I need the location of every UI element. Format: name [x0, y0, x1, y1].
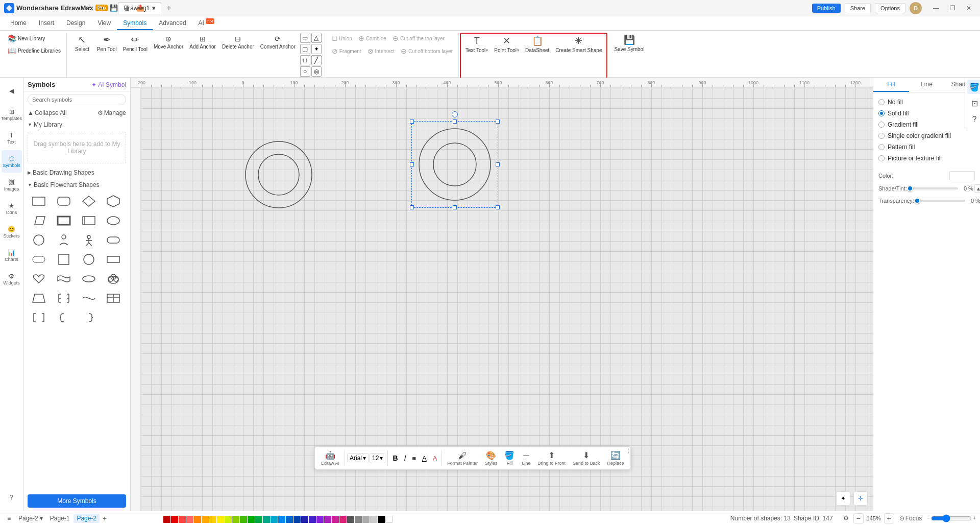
picture-texture-radio[interactable]: [878, 155, 885, 161]
handle-tr[interactable]: [496, 120, 500, 124]
shape-brace2[interactable]: [78, 308, 100, 327]
fragment-button[interactable]: ⊘ Fragment: [329, 45, 364, 57]
sidebar-templates[interactable]: ⊞ Templates: [2, 103, 22, 126]
shade-slider-thumb[interactable]: [907, 185, 913, 192]
sidebar-images[interactable]: 🖼 Images: [2, 174, 22, 196]
tab-insert[interactable]: Insert: [33, 17, 60, 30]
color-swatch-lightgray[interactable]: [362, 516, 370, 523]
move-anchor-button[interactable]: ⊕ Move Anchor: [151, 33, 186, 52]
more-symbols-button[interactable]: More Symbols: [28, 494, 126, 508]
color-swatch-lightyellow[interactable]: [217, 516, 224, 523]
collapse-all-button[interactable]: ▲ Collapse All: [28, 109, 67, 116]
color-swatch-green4[interactable]: [255, 516, 262, 523]
color-swatch-teal2[interactable]: [271, 516, 278, 523]
tab-advanced[interactable]: Advanced: [153, 17, 192, 30]
shape-person[interactable]: [53, 231, 75, 249]
focus-button[interactable]: ⊙ Focus: [896, 514, 925, 523]
color-swatch-blue3[interactable]: [293, 516, 301, 523]
circle-icon[interactable]: ○: [300, 66, 310, 77]
triangle-icon[interactable]: △: [311, 33, 322, 43]
zoom-slider[interactable]: [931, 514, 972, 522]
small-rect-icon[interactable]: □: [300, 55, 310, 65]
union-button[interactable]: ⊔ Union: [329, 33, 355, 44]
color-swatch-blue2[interactable]: [286, 516, 293, 523]
intersect-button[interactable]: ⊗ Intersect: [365, 45, 397, 57]
color-swatch-magenta[interactable]: [324, 516, 331, 523]
shape-rounded-rect[interactable]: [53, 192, 75, 210]
color-swatch-darkred[interactable]: [163, 516, 170, 523]
shape-heart[interactable]: [28, 270, 50, 288]
rect-icon[interactable]: ▭: [300, 33, 310, 43]
text-color-button[interactable]: A: [430, 453, 440, 464]
color-swatch-darkgray[interactable]: [347, 516, 354, 523]
tab-symbols[interactable]: Symbols: [117, 17, 153, 30]
basic-flowchart-title[interactable]: ▼ Basic Flowchart Shapes: [28, 180, 126, 190]
canvas-icon-1[interactable]: ✦: [836, 491, 850, 506]
shape-thick-rect[interactable]: [53, 211, 75, 230]
zoom-decrease-icon[interactable]: −: [927, 515, 930, 521]
shape-bracket2[interactable]: [28, 308, 50, 327]
new-library-button[interactable]: 📚 New Library: [5, 33, 63, 44]
gradient-fill-option[interactable]: Gradient fill: [877, 119, 976, 130]
user-avatar[interactable]: D: [910, 2, 922, 14]
color-swatch-black[interactable]: [378, 516, 385, 523]
color-swatch-gray[interactable]: [355, 516, 362, 523]
pencil-tool-button[interactable]: ✏ Pencil Tool: [120, 33, 150, 55]
delete-anchor-button[interactable]: ⊟ Delete Anchor: [219, 33, 257, 52]
grid-settings-icon[interactable]: ⚙: [841, 513, 851, 523]
convert-anchor-button[interactable]: ⟳ Convert Anchor: [258, 33, 298, 52]
pen-tool-button[interactable]: ✒ Pen Tool: [94, 33, 119, 55]
options-button[interactable]: Options: [875, 3, 905, 13]
shape-bracket[interactable]: [53, 289, 75, 307]
sidebar-question[interactable]: ?: [2, 486, 22, 509]
sidebar-stickers[interactable]: 😊 Stickers: [2, 221, 22, 243]
font-size-selector[interactable]: 12 ▾: [370, 453, 385, 463]
color-swatch-purple[interactable]: [316, 516, 324, 523]
color-swatch-red[interactable]: [171, 516, 178, 523]
color-swatch-yellow[interactable]: [209, 516, 216, 523]
close-button[interactable]: ✕: [962, 3, 976, 14]
sidebar-text[interactable]: T Text: [2, 127, 22, 149]
shape-rect[interactable]: [28, 192, 50, 210]
color-swatch-teal1[interactable]: [263, 516, 270, 523]
manage-button[interactable]: ⚙ Manage: [97, 109, 126, 116]
pattern-fill-option[interactable]: Pattern fill: [877, 141, 976, 153]
add-tab-button[interactable]: +: [162, 2, 175, 14]
format-painter-button[interactable]: 🖌 Format Painter: [444, 449, 481, 467]
combine-button[interactable]: ⊕ Combine: [356, 33, 389, 44]
line-icon[interactable]: ╱: [311, 55, 322, 65]
edraw-ai-button[interactable]: 🤖 Edraw AI: [318, 449, 342, 467]
symbols-search-input[interactable]: [28, 94, 126, 105]
bring-to-front-button[interactable]: ⬆ Bring to Front: [534, 449, 569, 467]
select-button[interactable]: ↖ Select: [71, 33, 93, 55]
restore-button[interactable]: ❐: [945, 3, 960, 14]
replace-button[interactable]: 🔄 Replace: [604, 449, 627, 467]
page-tab-2-active[interactable]: Page-2: [74, 514, 100, 523]
shape-hexagon[interactable]: [102, 192, 125, 210]
tab-view[interactable]: View: [91, 17, 117, 30]
add-page-button[interactable]: +: [101, 514, 109, 522]
single-color-gradient-option[interactable]: Single color gradient fill: [877, 130, 976, 141]
zoom-out-button[interactable]: −: [853, 513, 864, 523]
color-swatch-pink[interactable]: [186, 516, 193, 523]
shape-trapezoid[interactable]: [28, 289, 50, 307]
color-swatch-hotpink[interactable]: [339, 516, 347, 523]
color-picker[interactable]: [949, 171, 975, 180]
canvas-icon-2[interactable]: ✛: [853, 491, 868, 506]
tab-home[interactable]: Home: [4, 17, 33, 30]
color-swatch-green1[interactable]: [232, 516, 239, 523]
zoom-in-button[interactable]: +: [884, 513, 894, 523]
color-swatch-silver[interactable]: [370, 516, 377, 523]
basic-drawing-title[interactable]: ▶ Basic Drawing Shapes: [28, 168, 126, 178]
star-icon[interactable]: ✦: [311, 44, 322, 54]
color-swatch-white[interactable]: [385, 516, 393, 523]
rotate-handle[interactable]: [452, 111, 458, 117]
export-button[interactable]: 📤: [135, 3, 146, 14]
undo-button[interactable]: ↩: [82, 3, 93, 14]
shape-tall-rect[interactable]: [53, 250, 75, 269]
styles-button[interactable]: 🎨 Styles: [482, 449, 501, 467]
fill-panel-icon[interactable]: 🪣: [967, 80, 980, 94]
color-swatch-lime[interactable]: [225, 516, 232, 523]
no-fill-option[interactable]: No fill: [877, 97, 976, 108]
single-color-gradient-radio[interactable]: [878, 133, 885, 139]
